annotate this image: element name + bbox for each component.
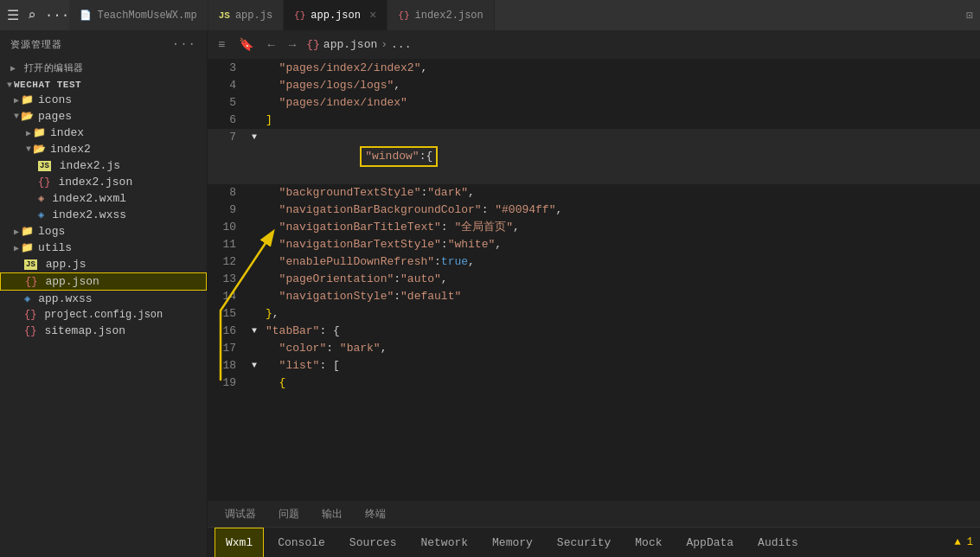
window-control-icon[interactable]: ⊡: [966, 9, 973, 22]
breadcrumb-dots: ...: [391, 38, 411, 51]
line-code: "pages/logs/logs",: [262, 77, 980, 94]
line-code: "enablePullDownRefresh":true,: [262, 253, 980, 271]
devtools-tab-memory[interactable]: Memory: [482, 528, 543, 558]
line-arrow: [247, 184, 262, 202]
line-number: 3: [208, 60, 247, 77]
line-code: "pageOrientation":"auto",: [262, 271, 980, 288]
tab-teachmom[interactable]: 📄 TeachMomUseWX.mp: [69, 0, 208, 30]
tab-label: 调试器: [225, 507, 256, 522]
sidebar-item-label: pages: [38, 110, 72, 123]
back-icon[interactable]: ←: [264, 36, 278, 54]
sidebar-item-pages[interactable]: ▼ 📂 pages: [0, 108, 207, 125]
tab-label: Sources: [349, 536, 397, 549]
sidebar-item-index2js[interactable]: JS index2.js: [0, 157, 207, 174]
sidebar-ellipsis-icon[interactable]: ···: [172, 37, 196, 51]
line-number: 16: [208, 323, 247, 340]
sidebar-item-appwxss[interactable]: ◈ app.wxss: [0, 291, 207, 307]
collapse-arrow[interactable]: ▼: [247, 129, 262, 184]
tab-label: 终端: [365, 507, 386, 522]
json-icon: {}: [398, 10, 409, 21]
sidebar-item-label: icons: [38, 93, 72, 106]
search-icon[interactable]: ⌕: [28, 7, 36, 24]
devtools-tab-sources[interactable]: Sources: [339, 528, 407, 558]
tab-terminal[interactable]: 终端: [355, 501, 396, 527]
tab-index2json[interactable]: {} index2.json: [388, 0, 494, 30]
line-number: 12: [208, 253, 247, 271]
folder-open-icon: 📂: [33, 143, 46, 156]
sidebar-item-appjson[interactable]: {} app.json: [0, 272, 207, 291]
project-label: WECHAT TEST: [14, 80, 81, 90]
devtools-tab-appdata[interactable]: AppData: [676, 528, 745, 558]
code-line-6: 6 ]: [208, 112, 980, 129]
tab-appjs[interactable]: JS app.js: [208, 0, 284, 30]
forward-icon[interactable]: →: [285, 36, 299, 54]
tab-icon: 📄: [80, 10, 92, 21]
sidebar-item-sitemap[interactable]: {} sitemap.json: [0, 323, 207, 339]
line-arrow: [247, 375, 262, 392]
sidebar-item-projectconfig[interactable]: {} project.config.json: [0, 307, 207, 323]
tab-output[interactable]: 输出: [311, 501, 353, 527]
tab-appjson[interactable]: {} app.json ×: [284, 0, 388, 30]
sidebar-item-index2json[interactable]: {} index2.json: [0, 174, 207, 190]
devtools-tab-wxml[interactable]: Wxml: [215, 528, 264, 558]
sidebar-item-index[interactable]: ▶ 📁 index: [0, 125, 207, 141]
line-number: 4: [208, 77, 247, 94]
warning-badge: ▲ 1: [954, 536, 973, 548]
tab-label: AppData: [687, 536, 734, 549]
sidebar-item-index2[interactable]: ▼ 📂 index2: [0, 141, 207, 157]
sidebar-item-icons[interactable]: ▶ 📁 icons: [0, 92, 207, 108]
code-line-4: 4 "pages/logs/logs",: [208, 77, 980, 94]
line-arrow: [247, 236, 262, 253]
code-area[interactable]: 3 "pages/index2/index2", 4 "pages/logs/l…: [208, 60, 980, 501]
line-code: "list": [: [262, 357, 980, 375]
sidebar-content: ▶ 打开的编辑器 ▼ WECHAT TEST ▶ 📁 icons ▼ 📂 pag…: [0, 58, 207, 557]
list-icon[interactable]: ≡: [215, 36, 228, 54]
line-code: "pages/index2/index2",: [262, 60, 980, 77]
line-number: 11: [208, 236, 247, 253]
hamburger-icon[interactable]: ☰: [7, 7, 19, 24]
sidebar-item-label: sitemap.json: [44, 324, 125, 337]
line-number: 18: [208, 357, 247, 375]
json-breadcrumb-icon: {}: [306, 38, 320, 51]
open-editors-label[interactable]: ▶ 打开的编辑器: [0, 58, 207, 78]
devtools-tab-security[interactable]: Security: [547, 528, 621, 558]
breadcrumb: {} app.json › ...: [306, 38, 411, 51]
main-content: 资源管理器 ··· ▶ 打开的编辑器 ▼ WECHAT TEST ▶ 📁 ico…: [0, 30, 980, 557]
line-number: 5: [208, 94, 247, 112]
tab-problems[interactable]: 问题: [268, 501, 310, 527]
code-line-16: 16 ▼ "tabBar": {: [208, 323, 980, 340]
sidebar-item-index2wxss[interactable]: ◈ index2.wxss: [0, 207, 207, 223]
close-icon[interactable]: ×: [369, 9, 376, 22]
js-icon: JS: [219, 10, 230, 21]
tab-label: app.json: [311, 10, 361, 22]
line-code: "navigationStyle":"default": [262, 288, 980, 305]
devtools-tab-console[interactable]: Console: [267, 528, 336, 558]
line-code: "window":{: [262, 129, 980, 184]
devtools-tab-audits[interactable]: Audits: [747, 528, 809, 558]
line-arrow: [247, 94, 262, 112]
line-number: 9: [208, 202, 247, 219]
sidebar-item-utils[interactable]: ▶ 📁 utils: [0, 240, 207, 256]
wxss-file-icon: ◈: [38, 208, 44, 221]
sidebar-item-label: index2.json: [58, 176, 132, 189]
code-line-14: 14 "navigationStyle":"default": [208, 288, 980, 305]
js-file-icon: JS: [24, 259, 37, 270]
more-icon[interactable]: ···: [45, 8, 70, 23]
title-bar: ☰ ⌕ ··· 📄 TeachMomUseWX.mp JS app.js {} …: [0, 0, 980, 30]
devtools-tab-network[interactable]: Network: [410, 528, 478, 558]
line-number: 19: [208, 375, 247, 392]
line-arrow: [247, 305, 262, 323]
sidebar-item-index2wxml[interactable]: ◈ index2.wxml: [0, 190, 207, 207]
sidebar-item-label: index2.js: [60, 159, 120, 172]
collapse-arrow-tabbar[interactable]: ▼: [247, 323, 262, 340]
devtools-tab-mock[interactable]: Mock: [625, 528, 672, 558]
collapse-arrow-list[interactable]: ▼: [247, 357, 262, 375]
sidebar-item-logs[interactable]: ▶ 📁 logs: [0, 223, 207, 240]
sidebar-item-appjs[interactable]: JS app.js: [0, 256, 207, 272]
sidebar-project-label[interactable]: ▼ WECHAT TEST: [0, 78, 207, 92]
line-number: 6: [208, 112, 247, 129]
bookmark-icon[interactable]: 🔖: [235, 35, 257, 54]
tab-debugger[interactable]: 调试器: [215, 501, 266, 527]
line-code: "tabBar": {: [262, 323, 980, 340]
code-line-18: 18 ▼ "list": [: [208, 357, 980, 375]
